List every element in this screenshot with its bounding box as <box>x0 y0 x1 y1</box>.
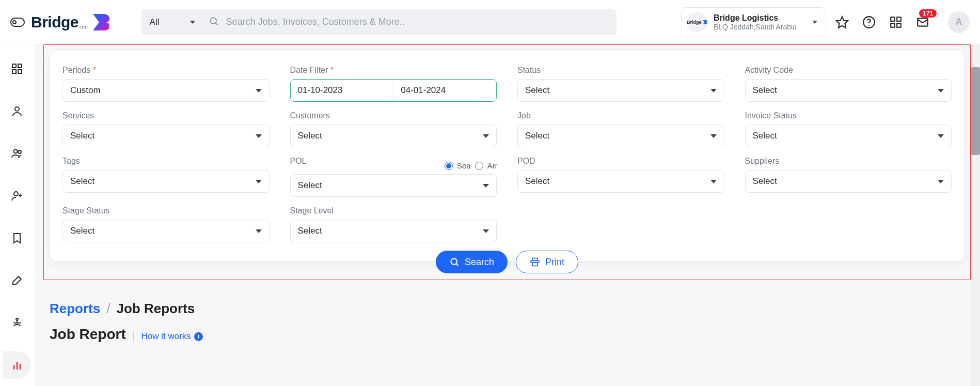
main-content: Periods Custom Date Filter 01-10-2023 04… <box>34 44 980 386</box>
periods-select[interactable]: Custom <box>62 79 270 102</box>
svg-point-15 <box>14 150 18 153</box>
layout: Periods Custom Date Filter 01-10-2023 04… <box>0 44 980 386</box>
pol-select[interactable]: Select <box>290 174 497 197</box>
notification-badge: 171 <box>919 9 937 18</box>
breadcrumb-leaf: Job Reports <box>116 301 195 317</box>
stage-level-select[interactable]: Select <box>290 220 497 242</box>
chevron-down-icon <box>710 89 717 92</box>
field-customers: Customers Select <box>290 111 497 147</box>
pol-radio-sea[interactable] <box>445 162 453 170</box>
tenant-switcher[interactable]: Bridge Bridge Logistics BLQ Jeddah,Saudi… <box>681 7 826 37</box>
stage-level-label: Stage Level <box>290 206 497 215</box>
sidebar-item-add-user[interactable] <box>3 182 31 210</box>
tenant-lines: Bridge Logistics BLQ Jeddah,Saudi Arabia <box>714 13 797 32</box>
breadcrumb: Reports / Job Reports <box>50 301 971 317</box>
field-tags: Tags Select <box>62 157 270 197</box>
sidebar-item-profile[interactable] <box>3 97 31 125</box>
pol-value: Select <box>298 180 322 191</box>
search-button-label: Search <box>465 257 494 268</box>
logo-text: Bridge <box>31 13 78 31</box>
apps-grid-button[interactable] <box>889 16 903 29</box>
pod-select[interactable]: Select <box>517 170 724 193</box>
chevron-down-icon <box>256 134 262 138</box>
services-select[interactable]: Select <box>62 125 270 147</box>
field-status: Status Select <box>517 66 724 102</box>
logo-mark-icon <box>90 12 110 33</box>
title-divider: | <box>132 329 135 342</box>
date-range-input[interactable]: 01-10-2023 04-01-2024 <box>290 79 497 102</box>
app-logo[interactable]: Bridge LCS <box>31 12 110 33</box>
field-periods: Periods Custom <box>62 66 270 102</box>
sidebar-item-customers[interactable] <box>3 140 31 167</box>
help-button[interactable] <box>862 16 876 29</box>
svg-marker-2 <box>836 17 848 28</box>
chevron-down-icon <box>483 184 489 188</box>
filters-grid: Periods Custom Date Filter 01-10-2023 04… <box>62 66 952 242</box>
sidebar-toggle[interactable] <box>10 18 25 27</box>
stage-status-value: Select <box>70 226 94 236</box>
sidebar-item-edit[interactable] <box>3 267 31 295</box>
search-input[interactable] <box>226 17 611 27</box>
customers-select[interactable]: Select <box>290 125 497 147</box>
svg-point-4 <box>868 24 870 25</box>
tenant-name: Bridge Logistics <box>714 13 797 23</box>
inbox-button[interactable]: 171 <box>916 16 929 29</box>
invoice-status-select[interactable]: Select <box>745 125 952 147</box>
report-heading: Job Report | How it works i <box>50 326 971 343</box>
status-value: Select <box>525 85 549 96</box>
svg-point-26 <box>451 258 457 265</box>
page-title: Job Report <box>50 326 126 343</box>
svg-rect-13 <box>18 70 22 73</box>
stage-status-select[interactable]: Select <box>62 220 270 242</box>
date-to[interactable]: 04-01-2024 <box>393 80 496 101</box>
tags-select[interactable]: Select <box>62 170 270 193</box>
breadcrumb-root[interactable]: Reports <box>50 301 100 317</box>
search-filter-label: All <box>150 17 160 27</box>
svg-rect-11 <box>18 64 22 68</box>
stage-level-value: Select <box>298 226 322 236</box>
pol-radio-air[interactable] <box>475 162 483 170</box>
info-icon: i <box>194 332 203 341</box>
search-filter-dropdown[interactable]: All <box>141 9 203 35</box>
chevron-down-icon <box>710 134 717 138</box>
how-it-works-link[interactable]: How it works i <box>141 331 203 342</box>
svg-line-27 <box>456 264 459 266</box>
suppliers-label: Suppliers <box>745 157 952 166</box>
chevron-down-icon <box>483 134 489 138</box>
search-button[interactable]: Search <box>436 251 508 273</box>
user-avatar[interactable]: A <box>948 11 970 33</box>
print-button-label: Print <box>545 257 564 268</box>
invoice-status-value: Select <box>753 131 777 141</box>
print-button[interactable]: Print <box>516 251 578 273</box>
sidebar-item-bookmarks[interactable] <box>3 224 31 252</box>
pol-radio-sea-label: Sea <box>457 161 471 170</box>
field-services: Services Select <box>62 111 270 147</box>
favorites-button[interactable] <box>835 16 849 29</box>
svg-rect-5 <box>891 17 895 21</box>
scrollbar-thumb[interactable] <box>971 67 980 155</box>
sidebar-item-dashboard[interactable] <box>3 55 31 83</box>
suppliers-select[interactable]: Select <box>745 170 952 193</box>
job-select[interactable]: Select <box>517 125 724 147</box>
svg-rect-7 <box>891 23 895 27</box>
customers-label: Customers <box>290 111 497 120</box>
pod-value: Select <box>525 176 549 187</box>
date-from[interactable]: 01-10-2023 <box>291 80 393 101</box>
svg-rect-6 <box>897 17 901 21</box>
tags-value: Select <box>70 176 94 187</box>
services-label: Services <box>62 111 270 120</box>
sidebar-item-reports[interactable] <box>3 351 31 379</box>
periods-value: Custom <box>70 85 101 96</box>
stage-status-label: Stage Status <box>62 206 270 215</box>
pod-label: POD <box>517 157 724 166</box>
field-job: Job Select <box>517 111 724 147</box>
suppliers-value: Select <box>753 176 777 187</box>
activity-code-select[interactable]: Select <box>745 79 952 102</box>
chevron-down-icon <box>938 180 944 183</box>
status-select[interactable]: Select <box>517 79 724 102</box>
filter-actions: Search Print <box>50 251 964 273</box>
chevron-down-icon <box>256 180 262 183</box>
sidebar-item-shipping[interactable] <box>3 309 31 337</box>
tenant-avatar: Bridge <box>687 12 707 33</box>
global-search: All <box>141 9 617 35</box>
